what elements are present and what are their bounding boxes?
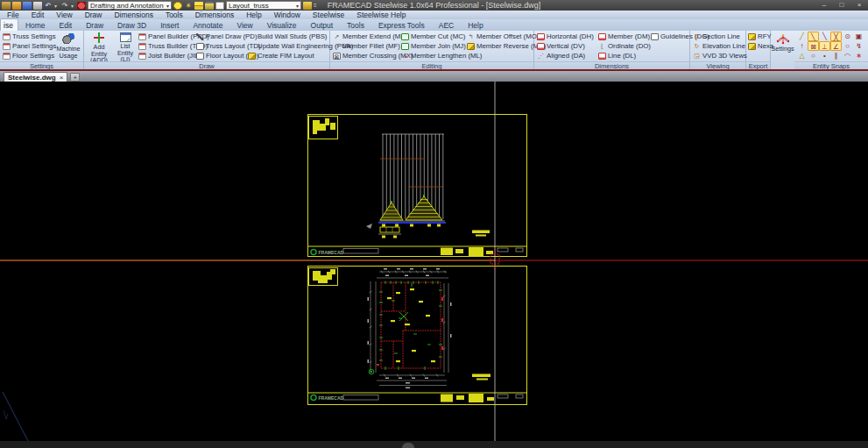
floor-settings-button[interactable]: Floor Settings — [2, 51, 57, 60]
tab-steelwise-active[interactable]: ise — [0, 18, 18, 31]
machine-usage-button[interactable]: Machine Usage — [55, 32, 81, 60]
tab-output[interactable]: Output — [304, 19, 341, 31]
dim-line-button[interactable]: Line (DL) — [597, 51, 652, 60]
snap-tangent-icon[interactable]: ◠ — [842, 51, 853, 60]
layout-select[interactable]: Layout_truss ▾ — [226, 1, 301, 10]
tab-help[interactable]: Help — [461, 19, 490, 31]
tab-aec[interactable]: AEC — [432, 19, 461, 31]
panel-settings-button[interactable]: Panel Settings — [2, 41, 57, 51]
open-icon[interactable] — [12, 2, 21, 10]
tab-tools[interactable]: Tools — [340, 19, 371, 31]
snap-angle-icon[interactable]: ∠ — [830, 41, 842, 51]
app-icon[interactable] — [2, 2, 11, 10]
tab-home[interactable]: Home — [18, 19, 53, 31]
dim-ordinate-button[interactable]: ⌊ Ordinate (DO) — [597, 41, 652, 51]
dim-aligned-icon: ⋰ — [537, 53, 545, 60]
build-wall-studs-icon — [248, 33, 256, 40]
menu-tools[interactable]: Tools — [166, 11, 183, 19]
maximize-button[interactable]: □ — [835, 1, 849, 10]
save-icon[interactable] — [23, 2, 32, 10]
model-space[interactable]: FRAMECAD — [0, 82, 868, 441]
tab-express-tools[interactable]: Express Tools — [371, 19, 432, 31]
snap-circle-icon[interactable]: ○ — [842, 41, 853, 51]
snap-settings-button[interactable]: Settings — [771, 32, 794, 60]
add-entity-button[interactable]: Add Entity (ADD) — [86, 32, 112, 60]
new-tab-button[interactable]: + — [70, 73, 80, 82]
undo-icon[interactable]: ↶ — [44, 2, 53, 10]
menu-help[interactable]: Help — [246, 11, 261, 19]
sub-assembly[interactable] — [378, 227, 401, 238]
sheet-bottom-plan[interactable]: FRAMECAD — [308, 267, 527, 405]
minimize-button[interactable]: – — [817, 1, 831, 10]
join-icon — [401, 43, 409, 50]
snap-extension-icon[interactable]: △ — [796, 51, 808, 60]
drawing-canvas[interactable]: FRAMECAD — [0, 82, 868, 441]
ribbon-group-draw: Add Entity (ADD) List Entity (LI) Panel … — [84, 31, 330, 69]
menu-draw[interactable]: Draw — [85, 11, 102, 19]
snap-intersection-icon[interactable]: ╳ — [830, 32, 842, 41]
snap-quick-icon[interactable]: ↯ — [853, 41, 864, 51]
lightbulb-icon[interactable] — [173, 2, 182, 10]
snap-point-icon[interactable]: • — [819, 51, 830, 60]
doc-tab-steelwise[interactable]: Steelwise.dwg × — [4, 72, 67, 82]
snap-none-icon[interactable]: ∗ — [853, 51, 864, 60]
snap-apparent-intersection-icon[interactable]: ⊠ — [808, 41, 819, 51]
crossing-icon: ⊠ — [333, 53, 341, 60]
menu-view[interactable]: View — [56, 11, 72, 19]
checkbox-icon[interactable] — [215, 2, 224, 10]
toolbar-pin-icon[interactable]: ≡ — [314, 3, 318, 8]
snap-parallel-icon[interactable]: ∥ — [830, 51, 842, 60]
close-button[interactable]: × — [852, 1, 866, 10]
tab-edit[interactable]: Edit — [53, 19, 80, 31]
menu-edit[interactable]: Edit — [32, 11, 45, 19]
section-line-button[interactable]: ↻ Section Line — [692, 32, 748, 41]
list-entity-button[interactable]: List Entity (LI) — [112, 32, 138, 60]
tab-draw-3d[interactable]: Draw 3D — [110, 19, 153, 31]
menu-dimensions[interactable]: Dimensions — [114, 11, 152, 19]
member-lengthen-button[interactable]: ↘ Member Lengthen (ML) — [400, 51, 483, 60]
tab-draw[interactable]: Draw — [79, 19, 110, 31]
doc-tab-close-icon[interactable]: × — [60, 74, 64, 82]
workspace-select[interactable]: Drafting and Annotation ▾ — [88, 1, 172, 10]
menu-steelwise-help[interactable]: Steelwise Help — [356, 11, 406, 19]
truss-settings-button[interactable]: Truss Settings — [2, 32, 57, 41]
add-entity-icon — [92, 32, 106, 43]
rfy-box-icon — [748, 33, 756, 40]
snap-center-icon[interactable]: ⊙ — [842, 32, 853, 41]
menu-steelwise[interactable]: Steelwise — [313, 11, 344, 19]
dim-vertical-button[interactable]: Vertical (DV) — [536, 41, 595, 51]
snap-endpoint-icon[interactable]: ╲ — [808, 32, 819, 41]
crosshair-cursor[interactable] — [490, 82, 499, 441]
panel-builder-icon — [138, 33, 146, 40]
layout-browse-icon[interactable] — [303, 2, 312, 10]
redo-icon[interactable]: ↷ — [60, 2, 69, 10]
truss-small[interactable] — [380, 201, 403, 220]
sun-icon[interactable]: ☀ — [184, 2, 193, 10]
redo-dropdown-icon[interactable]: ▾ — [71, 3, 75, 9]
dim-aligned-button[interactable]: ⋰ Aligned (DA) — [536, 51, 595, 60]
snap-from-icon[interactable]: ↑ — [796, 41, 808, 51]
menu-window[interactable]: Window — [274, 11, 300, 19]
sheet-top-truss[interactable]: FRAMECAD — [308, 115, 527, 257]
layers-icon[interactable] — [194, 2, 203, 10]
snap-node-icon[interactable]: ○ — [808, 51, 819, 60]
undo-dropdown-icon[interactable]: ▾ — [54, 3, 59, 9]
vvd-3d-views-button[interactable]: ◲ VVD 3D Views — [692, 51, 748, 60]
truss-large[interactable] — [406, 195, 442, 220]
ribbon-tab-bar: ise Home Edit Draw Draw 3D Insert Annota… — [0, 19, 868, 31]
dim-horizontal-button[interactable]: Horizontal (DH) — [536, 32, 595, 41]
snap-midpoint-icon[interactable]: ╲ — [819, 32, 830, 41]
dim-member-button[interactable]: Member (DM) — [597, 32, 652, 41]
elevation-line-button[interactable]: ↻ Elevation Line — [692, 41, 748, 51]
lock-icon[interactable] — [205, 2, 214, 10]
menu-dimensions-2[interactable]: Dimensions — [195, 11, 234, 19]
snap-perpendicular-icon[interactable]: ⊥ — [819, 41, 830, 51]
plot-preview-icon[interactable] — [33, 2, 42, 10]
tab-insert[interactable]: Insert — [153, 19, 186, 31]
plan-walls[interactable] — [381, 282, 441, 368]
tab-visualize[interactable]: Visualize — [260, 19, 304, 31]
tab-view[interactable]: View — [229, 19, 259, 31]
tab-annotate[interactable]: Annotate — [186, 19, 229, 31]
snap-tracking-icon[interactable]: ╱ — [796, 32, 808, 41]
snap-insertion-icon[interactable]: ▣ — [853, 32, 864, 41]
